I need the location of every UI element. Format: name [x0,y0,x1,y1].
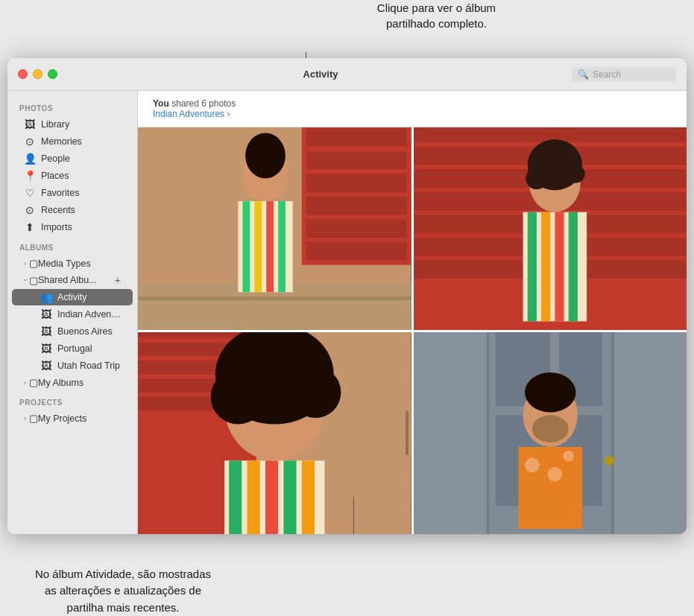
sidebar-item-memories[interactable]: ⊙ Memories [12,133,133,150]
sidebar-item-buenos-aires[interactable]: 🖼 Buenos Aires [12,323,133,340]
svg-rect-14 [254,201,262,292]
svg-rect-5 [306,174,406,191]
svg-rect-58 [495,332,549,406]
sidebar-item-utah-road-trip[interactable]: 🖼 Utah Road Trip [12,358,133,374]
svg-point-35 [567,165,584,182]
svg-rect-37 [138,332,256,535]
favorites-icon: ♡ [24,187,36,199]
svg-point-34 [526,168,547,189]
photo-cell-2[interactable] [414,127,687,330]
main-content: You shared 6 photos Indian Adventures › [138,91,687,534]
sidebar-item-library[interactable]: 🖼 Library [12,116,133,133]
svg-rect-57 [489,332,611,535]
svg-rect-29 [527,212,536,322]
svg-rect-22 [414,169,687,187]
svg-rect-8 [306,242,406,260]
sidebar-favorites-label: Favorites [41,188,79,198]
photo-cell-1[interactable] [138,127,411,330]
sidebar-people-label: People [41,153,70,164]
album-link[interactable]: Indian Adventures › [153,109,230,119]
sidebar-buenos-aires-label: Buenos Aires [57,326,113,337]
sidebar-recents-label: Recents [41,205,75,215]
my-projects-chevron: › [24,415,26,422]
svg-point-65 [547,466,562,481]
recents-icon: ⊙ [24,204,36,216]
memories-icon: ⊙ [24,136,36,147]
media-types-icon: ▢ [29,258,38,269]
svg-rect-10 [138,296,411,300]
svg-rect-13 [242,201,250,292]
shared-text: shared 6 photos [171,98,236,109]
svg-point-61 [605,456,613,465]
svg-rect-59 [559,332,602,406]
svg-point-48 [290,366,341,417]
svg-rect-53 [283,460,296,534]
sidebar-item-my-albums[interactable]: › ▢ My Albums [12,375,133,390]
activity-header: You shared 6 photos Indian Adventures › [138,91,687,127]
tooltip-bottom-line3: partilha mais recentes. [67,601,180,614]
sidebar-shared-albums-label: Shared Albu... [38,275,97,285]
svg-rect-55 [414,332,687,535]
tooltip-top: Clique para ver o álbum partilhado compl… [318,0,556,31]
tooltip-line-bottom [353,497,354,534]
sidebar-media-types-label: Media Types [38,258,91,269]
minimize-button[interactable] [33,69,42,79]
search-bar[interactable]: 🔍 Search [572,67,676,82]
portugal-icon: 🖼 [40,343,52,355]
sidebar-item-shared-albums[interactable]: › ▢ Shared Albu... + [12,272,133,288]
sidebar-utah-road-trip-label: Utah Road Trip [57,361,120,371]
maximize-button[interactable] [48,69,57,79]
photos-section-label: Photos [7,97,137,115]
svg-rect-15 [266,201,274,292]
sidebar-item-activity[interactable]: 👥 Activity [12,289,133,305]
add-shared-album-button[interactable]: + [115,274,121,286]
my-projects-icon: ▢ [29,413,38,424]
buenos-aires-icon: 🖼 [40,326,52,337]
svg-rect-41 [138,361,256,374]
close-button[interactable] [18,69,28,79]
svg-point-67 [525,372,575,412]
sidebar-item-portugal[interactable]: 🖼 Portugal [12,340,133,357]
svg-rect-16 [278,201,286,292]
sidebar-imports-label: Imports [41,222,72,232]
my-albums-chevron: › [24,379,26,387]
svg-rect-52 [265,460,278,534]
photo-cell-3[interactable] [138,332,411,535]
shared-albums-icon: ▢ [29,275,38,286]
svg-rect-40 [138,342,256,355]
svg-point-68 [531,415,568,442]
sidebar-item-media-types[interactable]: › ▢ Media Types [12,255,133,271]
svg-point-17 [245,133,286,178]
sidebar-item-places[interactable]: 📍 Places [12,168,133,184]
svg-rect-1 [302,127,411,265]
tooltip-top-line1: Clique para ver o álbum [377,1,496,14]
svg-point-45 [224,351,324,460]
projects-section-label: Projects [7,391,137,410]
library-icon: 🖼 [24,118,36,130]
sidebar-item-indian-adventures[interactable]: 🖼 Indian Advent... [12,306,133,323]
svg-rect-28 [523,212,587,322]
sidebar-portugal-label: Portugal [57,343,92,354]
svg-rect-50 [229,460,242,534]
album-chevron: › [227,109,230,119]
scrollbar[interactable] [406,410,408,455]
people-icon: 👤 [24,153,36,165]
sidebar-item-imports[interactable]: ⬆ Imports [12,219,133,235]
sidebar-item-my-projects[interactable]: › ▢ My Projects [12,410,133,426]
svg-rect-63 [518,447,582,529]
svg-rect-60 [495,415,602,506]
sidebar-item-recents[interactable]: ⊙ Recents [12,202,133,218]
sidebar: Photos 🖼 Library ⊙ Memories 👤 People 📍 P… [7,91,138,534]
sidebar-places-label: Places [41,171,69,181]
svg-rect-56 [486,332,613,535]
svg-rect-21 [414,147,687,165]
my-albums-icon: ▢ [29,377,38,388]
sidebar-item-favorites[interactable]: ♡ Favorites [12,185,133,201]
outer-wrapper: Clique para ver o álbum partilhado compl… [0,0,694,616]
svg-point-33 [527,139,581,190]
svg-rect-54 [302,460,315,534]
photo-cell-4[interactable] [414,332,687,535]
svg-rect-3 [306,128,406,146]
svg-rect-44 [256,332,411,535]
sidebar-item-people[interactable]: 👤 People [12,150,133,167]
